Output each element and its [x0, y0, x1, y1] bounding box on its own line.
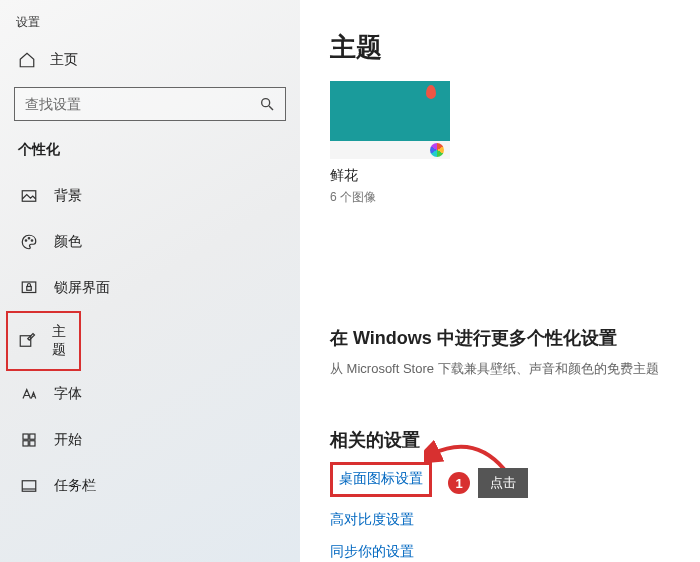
- more-personalization-sub: 从 Microsoft Store 下载兼具壁纸、声音和颜色的免费主题: [330, 360, 700, 378]
- highlight-box: 桌面图标设置: [330, 462, 432, 497]
- sidebar-item-fonts[interactable]: 字体: [0, 371, 300, 417]
- home-icon: [18, 51, 36, 69]
- svg-rect-12: [22, 481, 36, 492]
- related-settings-heading: 相关的设置: [330, 428, 700, 452]
- balloon-graphic: [426, 85, 436, 99]
- sidebar-item-label: 任务栏: [54, 477, 96, 495]
- sidebar-item-label: 主题: [52, 323, 69, 359]
- annotation-tooltip: 点击: [478, 468, 528, 498]
- more-personalization-heading: 在 Windows 中进行更多个性化设置: [330, 326, 700, 350]
- sidebar-item-label: 字体: [54, 385, 82, 403]
- svg-rect-9: [30, 434, 35, 439]
- desktop-icon-settings-link[interactable]: 桌面图标设置: [339, 470, 423, 488]
- home-label: 主页: [50, 51, 78, 69]
- high-contrast-settings-link[interactable]: 高对比度设置: [330, 511, 414, 529]
- sidebar-item-label: 颜色: [54, 233, 82, 251]
- home-nav[interactable]: 主页: [0, 43, 300, 77]
- lock-icon: [20, 279, 38, 297]
- theme-preview[interactable]: [330, 81, 700, 159]
- svg-rect-6: [27, 287, 32, 291]
- sidebar-item-label: 锁屏界面: [54, 279, 110, 297]
- svg-rect-11: [30, 441, 35, 446]
- search-icon: [259, 96, 275, 112]
- color-wheel-icon: [430, 143, 444, 157]
- svg-point-4: [31, 240, 33, 242]
- theme-image-count: 6 个图像: [330, 189, 700, 206]
- sidebar-item-taskbar[interactable]: 任务栏: [0, 463, 300, 509]
- sidebar: 设置 主页 个性化 背景 颜色: [0, 0, 300, 562]
- theme-thumbnail: [330, 81, 450, 141]
- sidebar-item-lockscreen[interactable]: 锁屏界面: [0, 265, 300, 311]
- font-icon: [20, 385, 38, 403]
- annotation: 1 点击: [448, 468, 528, 498]
- pencil-icon: [18, 332, 36, 350]
- start-icon: [20, 431, 38, 449]
- sync-settings-link[interactable]: 同步你的设置: [330, 543, 414, 561]
- page-title: 主题: [330, 30, 700, 65]
- sidebar-section-title: 个性化: [0, 137, 300, 173]
- svg-point-0: [262, 99, 270, 107]
- svg-rect-8: [23, 434, 28, 439]
- search-wrap: [14, 87, 286, 121]
- search-input[interactable]: [25, 96, 259, 112]
- svg-rect-10: [23, 441, 28, 446]
- sidebar-item-background[interactable]: 背景: [0, 173, 300, 219]
- picture-icon: [20, 187, 38, 205]
- theme-color-bar: [330, 141, 450, 159]
- svg-point-2: [25, 240, 27, 242]
- sidebar-item-label: 开始: [54, 431, 82, 449]
- sidebar-item-start[interactable]: 开始: [0, 417, 300, 463]
- sidebar-item-label: 背景: [54, 187, 82, 205]
- svg-point-3: [28, 238, 30, 240]
- annotation-number: 1: [448, 472, 470, 494]
- taskbar-icon: [20, 477, 38, 495]
- sidebar-item-themes[interactable]: 主题: [6, 311, 81, 371]
- window-title: 设置: [0, 10, 300, 43]
- sidebar-item-colors[interactable]: 颜色: [0, 219, 300, 265]
- search-box[interactable]: [14, 87, 286, 121]
- theme-name: 鲜花: [330, 167, 700, 185]
- palette-icon: [20, 233, 38, 251]
